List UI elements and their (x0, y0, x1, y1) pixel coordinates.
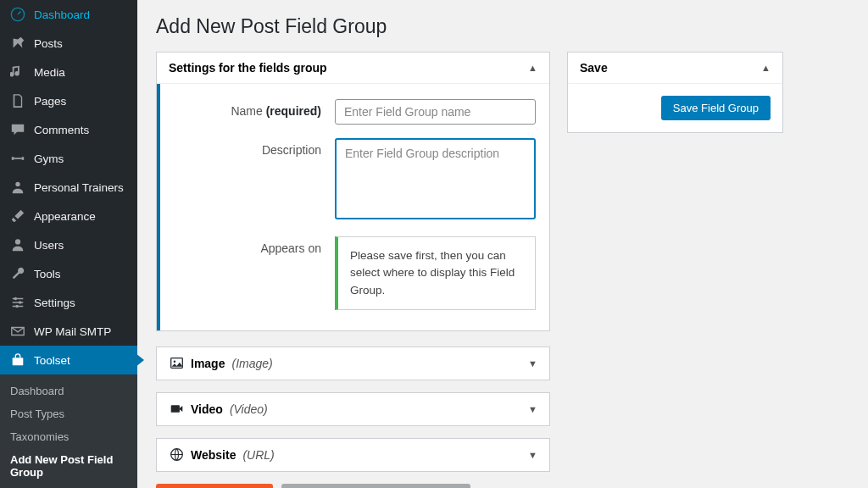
svg-rect-12 (170, 406, 179, 413)
sidebar-item-wpmailsmtp[interactable]: WP Mail SMTP (0, 317, 137, 346)
sidebar-submenu: Dashboard Post Types Taxonomies Add New … (0, 374, 137, 488)
pages-icon (10, 93, 25, 108)
chevron-down-icon: ▼ (528, 450, 537, 460)
sidebar-label: Settings (34, 297, 75, 309)
field-row-website[interactable]: Website (URL) ▼ (156, 438, 550, 472)
sidebar-label: Posts (34, 37, 63, 50)
name-label: Name (required) (174, 99, 335, 118)
settings-panel: Settings for the fields group ▲ Name (re… (156, 52, 550, 331)
sidebar-item-comments[interactable]: Comments (0, 115, 137, 144)
sidebar-item-dashboard[interactable]: Dashboard (0, 0, 137, 29)
chevron-up-icon: ▲ (528, 63, 537, 73)
field-type: (Video) (230, 402, 268, 416)
sidebar-label: Gyms (34, 152, 64, 165)
sidebar-item-pages[interactable]: Pages (0, 86, 137, 115)
field-type: (Image) (231, 357, 272, 370)
svg-rect-1 (12, 157, 14, 160)
description-textarea[interactable] (335, 138, 536, 219)
sidebar-label: Appearance (34, 210, 96, 223)
svg-point-8 (15, 305, 19, 308)
user-icon (10, 237, 25, 252)
add-repeatable-group-button: + Add New Repeatable Group (281, 484, 470, 488)
field-type: (URL) (242, 448, 274, 462)
svg-point-11 (173, 361, 175, 363)
sidebar-label: Pages (34, 95, 66, 108)
chevron-down-icon: ▼ (528, 358, 537, 369)
settings-panel-title: Settings for the fields group (169, 61, 327, 75)
globe-icon (169, 447, 184, 463)
save-field-group-button[interactable]: Save Field Group (661, 96, 771, 120)
video-icon (169, 402, 184, 417)
sidebar-label: WP Mail SMTP (34, 325, 111, 338)
mail-icon (10, 324, 25, 339)
submenu-post-types[interactable]: Post Types (0, 402, 137, 425)
svg-point-7 (19, 301, 22, 304)
svg-rect-2 (22, 157, 25, 160)
brush-icon (10, 208, 25, 224)
appears-on-info: Please save first, then you can select w… (335, 236, 536, 310)
sidebar-label: Personal Trainers (34, 181, 124, 194)
sidebar-item-media[interactable]: Media (0, 58, 137, 86)
settings-panel-header[interactable]: Settings for the fields group ▲ (157, 53, 549, 84)
field-row-image[interactable]: Image (Image) ▼ (156, 347, 550, 380)
sidebar-item-posts[interactable]: Posts (0, 29, 137, 58)
sidebar-label: Comments (34, 124, 89, 136)
svg-point-6 (14, 297, 18, 301)
dashboard-icon (10, 7, 25, 22)
sidebar-item-tools[interactable]: Tools (0, 259, 137, 288)
add-new-field-button[interactable]: + Add New Field (156, 484, 273, 488)
sidebar-item-gyms[interactable]: Gyms (0, 144, 137, 173)
admin-sidebar: Dashboard Posts Media Pages Comments Gym… (0, 0, 137, 488)
main-content: Add New Post Field Group Settings for th… (137, 0, 868, 488)
name-input[interactable] (335, 99, 536, 125)
sidebar-label: Dashboard (34, 8, 90, 21)
save-panel-title: Save (580, 61, 608, 75)
appears-on-label: Appears on (174, 236, 335, 255)
toolset-icon (10, 352, 25, 368)
submenu-add-new-field-group[interactable]: Add New Post Field Group (0, 448, 137, 484)
sidebar-label: Toolset (34, 354, 70, 367)
svg-rect-3 (14, 158, 22, 159)
page-title: Add New Post Field Group (156, 15, 849, 38)
media-icon (10, 64, 25, 80)
sidebar-item-appearance[interactable]: Appearance (0, 202, 137, 230)
gyms-icon (10, 151, 25, 166)
image-icon (169, 356, 184, 371)
field-title: Video (191, 402, 223, 416)
save-panel: Save ▲ Save Field Group (567, 52, 783, 133)
submenu-taxonomies[interactable]: Taxonomies (0, 425, 137, 448)
field-title: Website (191, 448, 236, 462)
sidebar-item-users[interactable]: Users (0, 230, 137, 259)
sidebar-label: Users (34, 239, 64, 252)
sidebar-item-settings[interactable]: Settings (0, 288, 137, 317)
sliders-icon (10, 295, 25, 310)
trainers-icon (10, 180, 25, 195)
chevron-down-icon: ▼ (528, 404, 537, 414)
sidebar-label: Media (34, 66, 65, 79)
chevron-up-icon: ▲ (761, 63, 771, 73)
save-panel-header[interactable]: Save ▲ (568, 53, 782, 84)
pin-icon (10, 36, 25, 51)
field-title: Image (191, 357, 225, 370)
submenu-dashboard[interactable]: Dashboard (0, 380, 137, 402)
wrench-icon (10, 266, 25, 281)
sidebar-item-toolset[interactable]: Toolset (0, 346, 137, 374)
comment-icon (10, 122, 25, 137)
svg-rect-9 (13, 358, 24, 365)
sidebar-label: Tools (34, 268, 61, 280)
svg-point-4 (15, 182, 19, 186)
svg-point-5 (15, 239, 20, 244)
description-label: Description (174, 138, 335, 157)
field-row-video[interactable]: Video (Video) ▼ (156, 392, 550, 426)
sidebar-item-trainers[interactable]: Personal Trainers (0, 173, 137, 202)
